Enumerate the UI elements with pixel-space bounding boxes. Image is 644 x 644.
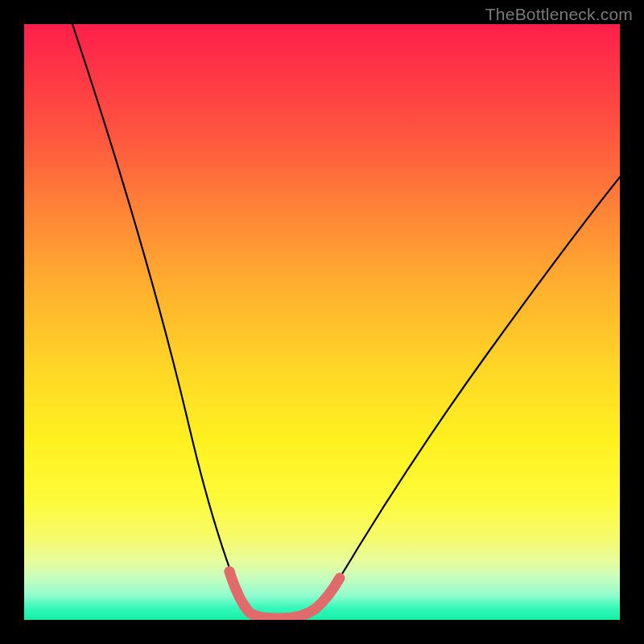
highlight-dots [225, 567, 250, 611]
bottleneck-curve [72, 24, 620, 618]
svg-point-0 [225, 567, 235, 577]
svg-point-1 [232, 586, 242, 597]
curve-layer [24, 24, 620, 620]
chart-frame: TheBottleneck.com [0, 0, 644, 644]
highlight-band [229, 572, 340, 618]
plot-area [24, 24, 620, 620]
svg-point-2 [239, 601, 250, 611]
watermark-text: TheBottleneck.com [485, 5, 633, 24]
